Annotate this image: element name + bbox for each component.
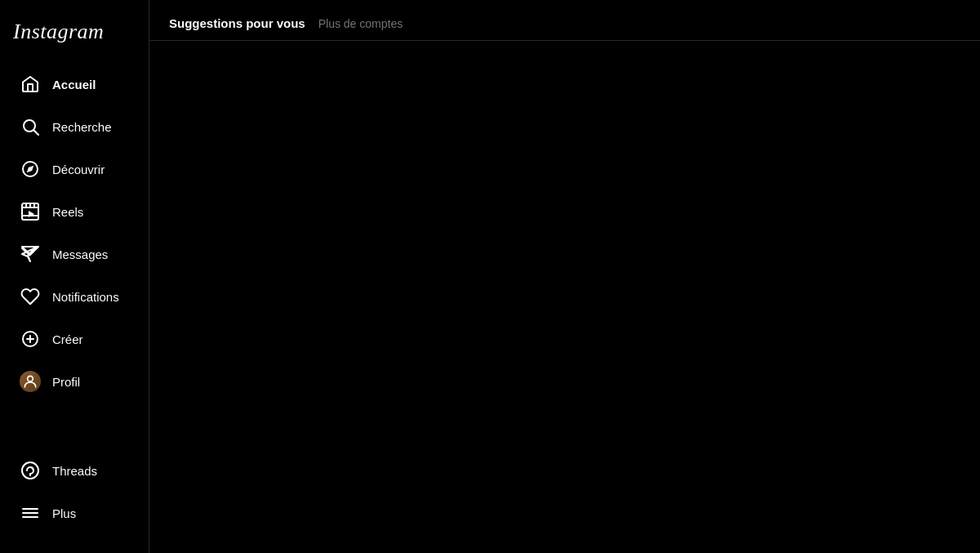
sidebar-item-label-profil: Profil bbox=[52, 375, 80, 389]
sidebar-item-reels[interactable]: Reels bbox=[7, 191, 142, 232]
suggestions-more-link[interactable]: Plus de comptes bbox=[318, 17, 403, 30]
sidebar-item-messages[interactable]: Messages bbox=[7, 234, 142, 274]
menu-icon bbox=[20, 502, 41, 524]
main-content: Suggestions pour vous Plus de comptes bbox=[149, 0, 980, 553]
logo[interactable]: Instagram bbox=[0, 7, 149, 60]
suggestions-header: Suggestions pour vous Plus de comptes bbox=[149, 16, 980, 41]
sidebar-item-accueil[interactable]: Accueil bbox=[7, 64, 142, 105]
sidebar-item-label-decouvrir: Découvrir bbox=[52, 163, 105, 176]
avatar-icon bbox=[20, 371, 41, 392]
sidebar-item-label-recherche: Recherche bbox=[52, 120, 112, 134]
sidebar-item-label-plus: Plus bbox=[52, 506, 76, 520]
search-icon bbox=[20, 116, 41, 137]
svg-marker-3 bbox=[27, 166, 33, 172]
reels-icon bbox=[20, 201, 41, 222]
sidebar-item-creer[interactable]: Créer bbox=[7, 319, 142, 359]
sidebar: Instagram Accueil Recherche bbox=[0, 0, 149, 553]
profile-avatar bbox=[20, 371, 41, 392]
logo-text: Instagram bbox=[13, 20, 104, 43]
suggestions-title: Suggestions pour vous bbox=[169, 16, 305, 30]
sidebar-item-threads[interactable]: Threads bbox=[7, 450, 142, 491]
sidebar-item-label-reels: Reels bbox=[52, 205, 83, 219]
home-icon bbox=[20, 74, 41, 95]
heart-icon bbox=[20, 286, 41, 307]
svg-line-1 bbox=[34, 131, 39, 136]
sidebar-item-label-creer: Créer bbox=[52, 332, 83, 346]
sidebar-item-plus[interactable]: Plus bbox=[7, 493, 142, 533]
sidebar-item-label-notifications: Notifications bbox=[52, 290, 119, 304]
sidebar-item-label-messages: Messages bbox=[52, 248, 108, 261]
sidebar-item-notifications[interactable]: Notifications bbox=[7, 276, 142, 317]
svg-point-14 bbox=[28, 376, 33, 381]
sidebar-item-label-accueil: Accueil bbox=[52, 78, 96, 91]
sidebar-bottom: Threads Plus bbox=[0, 450, 149, 546]
compass-icon bbox=[20, 158, 41, 180]
sidebar-item-label-threads: Threads bbox=[52, 464, 97, 478]
sidebar-nav: Accueil Recherche Découvrir bbox=[0, 64, 149, 450]
sidebar-item-decouvrir[interactable]: Découvrir bbox=[7, 149, 142, 190]
create-icon bbox=[20, 328, 41, 350]
sidebar-item-profil[interactable]: Profil bbox=[7, 361, 142, 402]
threads-icon bbox=[20, 460, 41, 481]
messages-icon bbox=[20, 243, 41, 265]
sidebar-item-recherche[interactable]: Recherche bbox=[7, 106, 142, 147]
